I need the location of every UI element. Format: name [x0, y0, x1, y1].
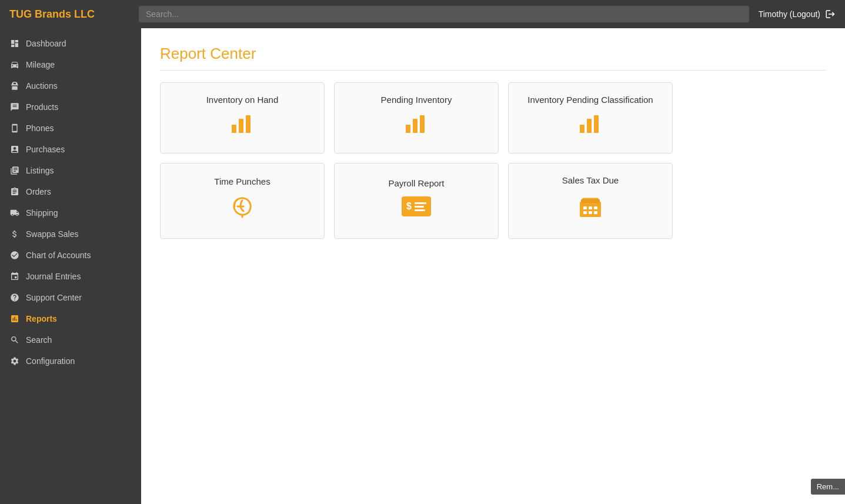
sidebar-label-chart-of-accounts: Chart of Accounts: [26, 251, 91, 260]
reports-icon: [9, 313, 20, 324]
svg-text:$: $: [406, 201, 412, 211]
phones-icon: [9, 123, 20, 133]
user-label: Timothy (Logout): [759, 9, 820, 19]
sidebar-item-orders[interactable]: Orders: [0, 181, 141, 202]
orders-icon: [9, 186, 20, 197]
mileage-icon: [9, 59, 20, 70]
svg-rect-13: [415, 209, 425, 211]
sidebar: Dashboard Mileage Auctions Products Phon: [0, 28, 141, 504]
topnav: TUG Brands LLC Timothy (Logout): [0, 0, 845, 28]
report-card-title-sales-tax-due: Sales Tax Due: [562, 175, 619, 185]
svg-rect-0: [232, 125, 236, 133]
sidebar-label-shipping: Shipping: [26, 208, 58, 218]
svg-rect-4: [413, 119, 418, 133]
auctions-icon: [9, 81, 20, 91]
remark-button[interactable]: Rem...: [811, 479, 845, 495]
report-card-inventory-on-hand[interactable]: Inventory on Hand: [160, 82, 325, 153]
sidebar-label-swappa-sales: Swappa Sales: [26, 229, 79, 239]
report-grid: Inventory on Hand Pending Inventory: [160, 82, 826, 239]
products-icon: [9, 102, 20, 112]
sidebar-item-listings[interactable]: Listings: [0, 160, 141, 181]
page-title: Report Center: [160, 45, 826, 71]
purchases-icon: [9, 144, 20, 155]
sidebar-label-orders: Orders: [26, 187, 51, 196]
clock-icon: [231, 195, 254, 223]
svg-rect-6: [580, 125, 585, 133]
sidebar-item-phones[interactable]: Phones: [0, 118, 141, 139]
swappa-icon: [9, 229, 20, 239]
sidebar-item-auctions[interactable]: Auctions: [0, 75, 141, 96]
dashboard-icon: [9, 38, 20, 49]
sidebar-label-configuration: Configuration: [26, 356, 75, 366]
svg-rect-12: [415, 206, 424, 208]
sidebar-item-search[interactable]: Search: [0, 329, 141, 351]
svg-rect-5: [420, 115, 425, 133]
sidebar-label-search: Search: [26, 335, 52, 345]
user-menu[interactable]: Timothy (Logout): [759, 9, 836, 19]
svg-rect-18: [594, 206, 597, 209]
svg-rect-22: [581, 199, 600, 203]
chart-accounts-icon: [9, 250, 20, 261]
search-input[interactable]: [139, 6, 749, 22]
sidebar-item-support-center[interactable]: Support Center: [0, 287, 141, 308]
svg-rect-19: [583, 211, 587, 214]
sidebar-item-swappa-sales[interactable]: Swappa Sales: [0, 223, 141, 245]
svg-rect-16: [583, 206, 587, 209]
main-content: Report Center Inventory on Hand Pending …: [141, 28, 845, 504]
sidebar-label-purchases: Purchases: [26, 145, 65, 154]
journal-icon: [9, 271, 20, 282]
report-card-title-inventory-pending-classification: Inventory Pending Classification: [527, 95, 653, 105]
bar-chart-icon-3: [579, 113, 602, 139]
sidebar-item-shipping[interactable]: Shipping: [0, 202, 141, 223]
sidebar-item-configuration[interactable]: Configuration: [0, 351, 141, 372]
svg-rect-11: [415, 202, 426, 204]
search-icon: [9, 335, 20, 345]
svg-rect-21: [594, 211, 597, 214]
sidebar-item-reports[interactable]: Reports: [0, 308, 141, 329]
configuration-icon: [9, 356, 20, 366]
shipping-icon: [9, 208, 20, 218]
sidebar-item-purchases[interactable]: Purchases: [0, 139, 141, 160]
sidebar-label-support-center: Support Center: [26, 293, 82, 302]
support-icon: [9, 292, 20, 303]
brand-logo: TUG Brands LLC: [9, 8, 139, 21]
sidebar-label-phones: Phones: [26, 124, 54, 133]
svg-rect-8: [594, 115, 599, 133]
sidebar-item-products[interactable]: Products: [0, 96, 141, 118]
sidebar-label-reports: Reports: [26, 314, 57, 323]
svg-rect-3: [406, 125, 410, 133]
svg-rect-20: [589, 211, 592, 214]
report-card-sales-tax-due[interactable]: Sales Tax Due: [508, 163, 673, 239]
report-card-title-payroll-report: Payroll Report: [388, 178, 444, 188]
svg-rect-2: [246, 115, 251, 133]
report-card-time-punches[interactable]: Time Punches: [160, 163, 325, 239]
sidebar-label-dashboard: Dashboard: [26, 39, 66, 48]
register-icon: [577, 193, 603, 224]
report-card-inventory-pending-classification[interactable]: Inventory Pending Classification: [508, 82, 673, 153]
layout: Dashboard Mileage Auctions Products Phon: [0, 28, 845, 504]
sidebar-item-journal-entries[interactable]: Journal Entries: [0, 266, 141, 287]
report-card-pending-inventory[interactable]: Pending Inventory: [334, 82, 499, 153]
sidebar-item-chart-of-accounts[interactable]: Chart of Accounts: [0, 245, 141, 266]
sidebar-label-journal-entries: Journal Entries: [26, 272, 81, 281]
report-card-title-pending-inventory: Pending Inventory: [381, 95, 452, 105]
sidebar-label-mileage: Mileage: [26, 60, 55, 69]
sidebar-label-products: Products: [26, 102, 58, 112]
sidebar-label-auctions: Auctions: [26, 81, 58, 91]
sidebar-label-listings: Listings: [26, 166, 54, 175]
bar-chart-icon-1: [231, 113, 254, 139]
bar-chart-icon-2: [405, 113, 428, 139]
sidebar-item-mileage[interactable]: Mileage: [0, 54, 141, 75]
report-card-payroll-report[interactable]: Payroll Report $: [334, 163, 499, 239]
report-card-title-inventory-on-hand: Inventory on Hand: [206, 95, 279, 105]
payroll-icon: $: [402, 196, 431, 221]
svg-rect-7: [587, 119, 592, 133]
logout-icon: [825, 9, 836, 19]
sidebar-item-dashboard[interactable]: Dashboard: [0, 33, 141, 54]
listings-icon: [9, 165, 20, 176]
svg-rect-17: [589, 206, 592, 209]
svg-rect-1: [239, 119, 243, 133]
report-card-title-time-punches: Time Punches: [214, 176, 270, 186]
